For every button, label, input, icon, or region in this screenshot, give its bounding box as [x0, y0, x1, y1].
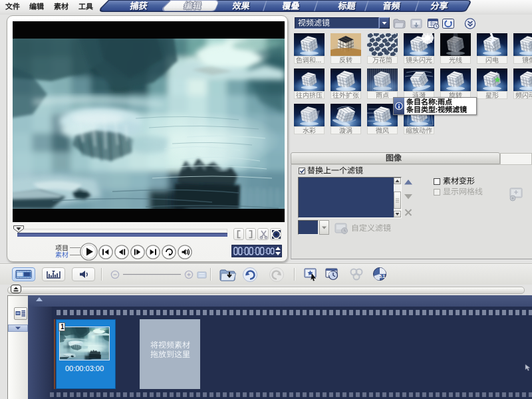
svg-text:5.1: 5.1 [379, 274, 385, 279]
